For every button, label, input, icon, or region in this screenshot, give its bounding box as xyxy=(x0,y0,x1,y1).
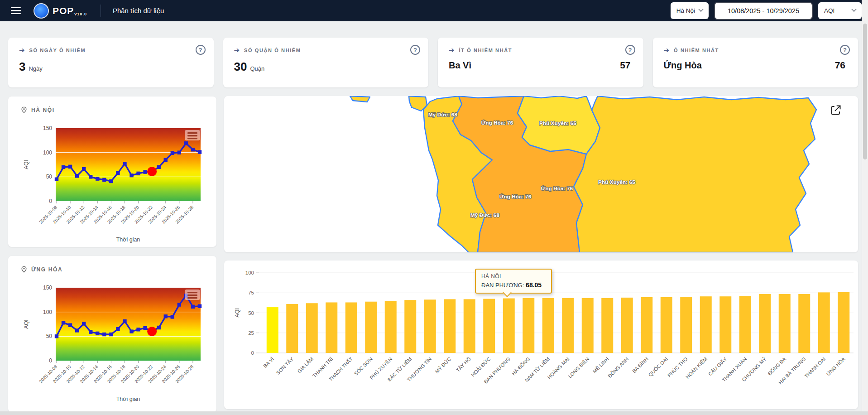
svg-text:MỸ ĐỨC: MỸ ĐỨC xyxy=(434,356,452,374)
help-icon[interactable]: ? xyxy=(196,45,206,55)
map-region-phu-xuyen-east xyxy=(574,96,816,252)
stat-district-name: Ứng Hòa xyxy=(664,60,702,71)
svg-text:SƠN TÂY: SƠN TÂY xyxy=(275,356,295,376)
bar-THANH OAI xyxy=(818,292,830,353)
bar-SƠN TÂY xyxy=(286,304,298,353)
bar-ỨNG HÒA xyxy=(838,292,849,353)
open-external-icon[interactable] xyxy=(829,103,843,117)
svg-text:TÂY HỒ: TÂY HỒ xyxy=(455,356,472,373)
svg-text:50: 50 xyxy=(248,310,254,316)
map-region-fragment xyxy=(350,96,370,102)
district-aqi-map[interactable]: Mỹ Đức: 68Ứng Hòa: 76Phú Xuyên: 65Phú Xu… xyxy=(224,96,858,252)
bar-HOÀN KIẾM xyxy=(700,296,712,353)
location-pin-icon xyxy=(21,266,27,273)
arrow-right-icon: ➔ xyxy=(664,47,670,53)
svg-text:GIA LÂM: GIA LÂM xyxy=(297,356,315,374)
map-label: Phú Xuyên: 65 xyxy=(539,121,576,126)
stat-unit: Quận xyxy=(250,65,264,72)
svg-text:ỨNG HÒA: ỨNG HÒA xyxy=(825,356,846,376)
stat-label: SỐ NGÀY Ô NHIỄM xyxy=(29,48,86,53)
tooltip-region: HÀ NỘI xyxy=(481,273,546,280)
help-icon[interactable]: ? xyxy=(625,45,635,55)
chevron-down-icon xyxy=(851,6,856,11)
location-pin-icon xyxy=(21,106,27,113)
logo-globe-icon xyxy=(34,3,49,19)
arrow-right-icon: ➔ xyxy=(19,47,25,53)
bar-BA ĐÌNH xyxy=(641,297,652,353)
map-label: Mỹ Đức: 68 xyxy=(470,212,499,218)
district-aqi-bar-card: 0255075100AQIBA VÌSƠN TÂYGIA LÂMTHANH TR… xyxy=(224,261,858,409)
unghoa-aqi-line-chart[interactable]: 050100150AQI2025-10-082025-10-102025-10-… xyxy=(8,282,216,405)
map-label: Mỹ Đức: 68 xyxy=(428,112,457,117)
menu-hamburger-icon[interactable] xyxy=(11,7,21,14)
bar-HÀ ĐÔNG xyxy=(523,298,534,353)
chart-menu-icon xyxy=(185,290,200,300)
bar-tooltip: HÀ NỘI ĐAN PHƯỢNG: 68.05 xyxy=(475,269,552,294)
date-range-value: 10/08/2025 - 10/29/2025 xyxy=(728,7,799,14)
svg-text:HOÀI ĐỨC: HOÀI ĐỨC xyxy=(470,356,492,378)
svg-text:THANH OAI: THANH OAI xyxy=(803,356,826,379)
stat-aqi-value: 57 xyxy=(620,60,633,71)
stat-card-most-polluted: ➔ Ô NHIỄM NHẤT ? Ứng Hòa 76 xyxy=(653,38,858,87)
app-logo[interactable]: POPv10.0 xyxy=(34,3,87,19)
choropleth-map[interactable]: Mỹ Đức: 68Ứng Hòa: 76Phú Xuyên: 65Phú Xu… xyxy=(224,96,858,252)
bar-THANH XUÂN xyxy=(739,296,751,353)
scrollbar-thumb[interactable] xyxy=(863,24,867,159)
horizontal-scrollbar[interactable] xyxy=(0,411,868,415)
svg-text:AQI: AQI xyxy=(234,308,240,318)
navbar-divider xyxy=(101,5,101,17)
help-icon[interactable]: ? xyxy=(410,45,420,55)
svg-text:50: 50 xyxy=(46,333,53,339)
arrow-right-icon: ➔ xyxy=(449,47,455,53)
svg-text:ĐỐNG ĐA: ĐỐNG ĐA xyxy=(767,356,787,376)
metric-selector[interactable]: AQI xyxy=(818,2,862,19)
stats-row: ➔ SỐ NGÀY Ô NHIỄM ? 3 Ngày ➔ SỐ QUẬN Ô N… xyxy=(8,38,858,87)
svg-text:BA VÌ: BA VÌ xyxy=(262,356,275,369)
stat-value: 30 xyxy=(234,60,247,74)
bar-TÂY HỒ xyxy=(464,299,475,353)
hanoi-aqi-card: HÀ NỘI 050100150AQI2025-10-082025-10-102… xyxy=(8,97,216,247)
stat-aqi-value: 76 xyxy=(835,60,848,71)
svg-text:LONG BIÊN: LONG BIÊN xyxy=(567,356,590,379)
svg-text:25: 25 xyxy=(248,330,254,336)
logo-version: v10.0 xyxy=(74,12,87,16)
bar-HOÀNG MAI xyxy=(562,298,574,353)
tooltip-district: ĐAN PHƯỢNG: xyxy=(481,282,524,289)
svg-text:100: 100 xyxy=(245,270,254,275)
svg-text:150: 150 xyxy=(43,125,52,131)
city-selector[interactable]: Hà Nội xyxy=(671,2,709,19)
svg-text:QUỐC OAI: QUỐC OAI xyxy=(647,356,669,377)
svg-text:100: 100 xyxy=(43,150,52,156)
stat-label: ÍT Ô NHIỄM NHẤT xyxy=(459,48,513,53)
chevron-down-icon xyxy=(698,6,703,11)
stat-card-least-polluted: ➔ ÍT Ô NHIỄM NHẤT ? Ba Vì 57 xyxy=(438,38,643,87)
bar-LONG BIÊN xyxy=(582,298,594,353)
stat-card-polluted-districts: ➔ SỐ QUẬN Ô NHIỄM ? 30 Quận xyxy=(223,38,429,87)
bar-CHƯƠNG MỸ xyxy=(759,294,771,353)
svg-text:0: 0 xyxy=(49,198,52,204)
map-label: Ứng Hòa: 76 xyxy=(541,186,573,191)
bar-PHÚC THỌ xyxy=(680,297,692,353)
svg-text:MÊ LINH: MÊ LINH xyxy=(592,356,610,374)
map-label: Phú Xuyên: 65 xyxy=(598,179,635,185)
bar-MỸ ĐỨC xyxy=(444,299,456,353)
svg-text:AQI: AQI xyxy=(23,160,29,169)
hanoi-aqi-line-chart[interactable]: 050100150AQI2025-10-082025-10-102025-10-… xyxy=(8,123,216,246)
date-range-input[interactable]: 10/08/2025 - 10/29/2025 xyxy=(714,2,813,20)
help-icon[interactable]: ? xyxy=(840,45,850,55)
stat-label: Ô NHIỄM NHẤT xyxy=(674,48,719,53)
bar-CẦU GIẤY xyxy=(719,296,731,353)
tooltip-value: 68.05 xyxy=(526,281,542,289)
bar-BA VÌ xyxy=(267,307,278,353)
chart-title: HÀ NỘI xyxy=(31,107,55,113)
stat-district-name: Ba Vì xyxy=(449,60,471,71)
bar-THƯỜNG TÍN xyxy=(424,299,436,353)
svg-text:SÓC SƠN: SÓC SƠN xyxy=(353,356,374,376)
city-selector-value: Hà Nội xyxy=(676,7,695,14)
svg-text:HÀ ĐÔNG: HÀ ĐÔNG xyxy=(511,356,531,376)
svg-text:100: 100 xyxy=(43,309,52,315)
chart-title: ỨNG HÒA xyxy=(31,266,62,273)
arrow-right-icon: ➔ xyxy=(234,47,240,53)
bar-NAM TỪ LIÊM xyxy=(542,298,554,353)
vertical-scrollbar[interactable] xyxy=(862,0,868,415)
